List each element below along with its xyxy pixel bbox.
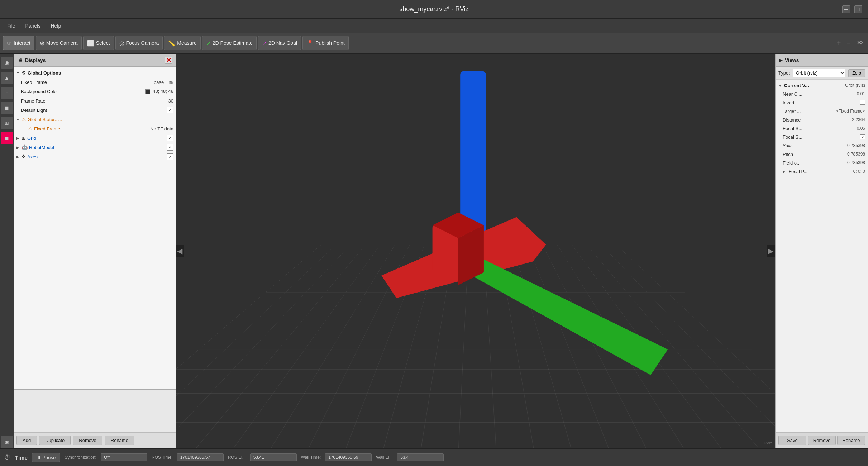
icon-strip-item-5[interactable]: ⊞ bbox=[1, 117, 13, 129]
focal-p-value[interactable]: 0; 0; 0 bbox=[853, 169, 865, 174]
axes-label: Axes bbox=[27, 154, 167, 160]
global-status-ff-icon: ⚠ bbox=[28, 126, 33, 132]
pitch-value[interactable]: 0.785398 bbox=[847, 152, 865, 157]
interact-button[interactable]: ☞ Interact bbox=[3, 36, 34, 50]
scroll-left-arrow[interactable]: ◀ bbox=[176, 245, 184, 257]
move-camera-button[interactable]: ⊕ Move Camera bbox=[36, 36, 82, 50]
field-o-value[interactable]: 0.785398 bbox=[847, 160, 865, 165]
robot-model-row[interactable]: ▶ 🤖 RobotModel bbox=[14, 143, 176, 152]
distance-label: Distance bbox=[783, 117, 852, 123]
remove-button[interactable]: Remove bbox=[73, 436, 102, 445]
grid-row[interactable]: ▶ ⊞ Grid bbox=[14, 133, 176, 143]
robot-model-label: RobotModel bbox=[29, 145, 167, 150]
icon-strip-item-7[interactable]: ◉ bbox=[1, 436, 13, 448]
icon-strip-item-3[interactable]: ≡ bbox=[1, 87, 13, 99]
focal-p-expand[interactable]: ▶ bbox=[783, 170, 787, 173]
invert-label: Invert ... bbox=[783, 100, 860, 105]
global-status-icon: ⚠ bbox=[22, 116, 26, 122]
global-status-expand[interactable]: ▼ bbox=[16, 117, 20, 122]
distance-value[interactable]: 2.2364 bbox=[852, 117, 865, 122]
wall-elapsed-label: Wall El... bbox=[376, 455, 393, 460]
frame-rate-value[interactable]: 30 bbox=[168, 98, 173, 104]
current-view-row[interactable]: ▼ Current V... Orbit (rviz) bbox=[776, 81, 868, 90]
ros-time-label: ROS Time: bbox=[152, 455, 173, 460]
icon-strip-item-1[interactable]: ◉ bbox=[1, 57, 13, 69]
rename-button[interactable]: Rename bbox=[105, 436, 134, 445]
global-status-ff-label: Fixed Frame bbox=[34, 126, 147, 132]
axes-expand[interactable]: ▶ bbox=[16, 154, 20, 159]
focal-s1-value[interactable]: 0.05 bbox=[857, 126, 865, 131]
displays-title: Displays bbox=[25, 57, 46, 63]
views-remove-btn[interactable]: Remove bbox=[808, 436, 836, 445]
grid-label: Grid bbox=[27, 135, 167, 141]
add-icon[interactable]: + bbox=[835, 38, 843, 49]
robot-model-checkbox[interactable] bbox=[167, 144, 173, 151]
bg-color-row: Background Color 48; 48; 48 bbox=[14, 87, 176, 96]
menu-help[interactable]: Help bbox=[46, 22, 65, 30]
icon-strip-item-6[interactable]: ◼ bbox=[1, 132, 13, 144]
publish-point-button[interactable]: 📍 Publish Point bbox=[302, 36, 349, 50]
global-status-label: Global Status: ... bbox=[28, 117, 173, 122]
yaw-label: Yaw bbox=[783, 143, 847, 148]
bg-color-value[interactable]: 48; 48; 48 bbox=[145, 89, 173, 94]
default-light-row: Default Light bbox=[14, 105, 176, 115]
grid-icon: ⊞ bbox=[22, 135, 26, 141]
default-light-checkbox[interactable] bbox=[167, 107, 173, 113]
wall-elapsed-value: 53.4 bbox=[397, 453, 444, 461]
displays-close-btn[interactable]: ✕ bbox=[165, 57, 172, 64]
axes-checkbox[interactable] bbox=[167, 153, 173, 160]
svg-marker-2 bbox=[458, 255, 668, 375]
current-view-expand[interactable]: ▼ bbox=[778, 84, 783, 87]
pitch-label: Pitch bbox=[783, 152, 847, 157]
menu-file[interactable]: File bbox=[3, 22, 20, 30]
views-save-btn[interactable]: Save bbox=[778, 436, 806, 445]
global-options-icon: ⚙ bbox=[22, 70, 26, 76]
maximize-btn[interactable]: □ bbox=[854, 5, 862, 13]
global-status-row[interactable]: ▼ ⚠ Global Status: ... bbox=[14, 115, 176, 124]
duplicate-button[interactable]: Duplicate bbox=[39, 436, 71, 445]
measure-button[interactable]: 📏 Measure bbox=[164, 36, 200, 50]
2d-pose-button[interactable]: ↗ 2D Pose Estimate bbox=[202, 36, 257, 50]
grid-checkbox[interactable] bbox=[167, 135, 173, 141]
pause-btn[interactable]: ⏸ Pause bbox=[32, 453, 60, 462]
views-zero-btn[interactable]: Zero bbox=[848, 69, 865, 77]
minimize-btn[interactable]: ─ bbox=[842, 5, 850, 13]
global-options-row[interactable]: ▼ ⚙ Global Options bbox=[14, 68, 176, 77]
icon-strip-item-4[interactable]: ◼ bbox=[1, 102, 13, 114]
views-rename-btn[interactable]: Rename bbox=[837, 436, 865, 445]
3d-visualization bbox=[176, 54, 775, 448]
fixed-frame-value[interactable]: base_link bbox=[154, 80, 173, 85]
interact-label: Interact bbox=[14, 40, 30, 46]
add-button[interactable]: Add bbox=[16, 436, 37, 445]
views-type-row: Type: Orbit (rviz) Zero bbox=[776, 67, 868, 80]
grid-expand[interactable]: ▶ bbox=[16, 136, 20, 140]
invert-checkbox[interactable] bbox=[860, 100, 865, 105]
robot-model-expand[interactable]: ▶ bbox=[16, 145, 20, 149]
near-clip-value[interactable]: 0.01 bbox=[857, 91, 865, 96]
yaw-value[interactable]: 0.785398 bbox=[847, 143, 865, 148]
window-title: show_mycar.rviz* - RViz bbox=[399, 5, 468, 13]
focal-s2-checkbox[interactable] bbox=[860, 134, 865, 139]
ros-time-value: 1701409365.57 bbox=[177, 453, 224, 461]
views-type-select[interactable]: Orbit (rviz) bbox=[793, 69, 846, 77]
3d-viewport[interactable]: ◀ ▶ RViz bbox=[176, 54, 775, 448]
current-view-type: Orbit (rviz) bbox=[845, 83, 865, 88]
minus-icon[interactable]: − bbox=[844, 38, 853, 49]
eye-icon[interactable]: 👁 bbox=[854, 38, 865, 48]
focal-p-row[interactable]: ▶ Focal P... 0; 0; 0 bbox=[776, 167, 868, 176]
icon-strip-item-2[interactable]: ▲ bbox=[1, 72, 13, 84]
menu-panels[interactable]: Panels bbox=[21, 22, 45, 30]
measure-label: Measure bbox=[177, 40, 196, 46]
2d-nav-icon: ↗ bbox=[262, 40, 267, 47]
target-value[interactable]: <Fixed Frame> bbox=[836, 109, 865, 114]
focus-camera-button[interactable]: ◎ Focus Camera bbox=[115, 36, 163, 50]
displays-header: 🖥 Displays ✕ bbox=[14, 54, 176, 67]
select-button[interactable]: ⬜ Select bbox=[83, 36, 114, 50]
sync-value[interactable]: Off bbox=[101, 453, 147, 461]
2d-nav-button[interactable]: ↗ 2D Nav Goal bbox=[258, 36, 301, 50]
scroll-right-arrow[interactable]: ▶ bbox=[767, 245, 775, 257]
global-options-expand[interactable]: ▼ bbox=[16, 71, 20, 75]
axes-row[interactable]: ▶ ✛ Axes bbox=[14, 152, 176, 161]
yaw-row: Yaw 0.785398 bbox=[776, 141, 868, 150]
views-panel-icon: ▶ bbox=[779, 57, 783, 63]
